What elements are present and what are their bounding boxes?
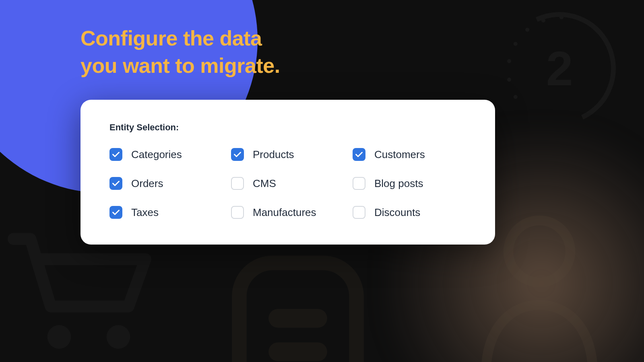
checkbox-products[interactable] <box>231 148 244 161</box>
svg-point-1 <box>107 325 130 349</box>
hero-title: Configure the data you want to migrate. <box>80 25 280 79</box>
entity-selection-card: Entity Selection: CategoriesProductsCust… <box>80 100 495 245</box>
option-categories[interactable]: Categories <box>109 148 223 161</box>
option-label-cms: CMS <box>253 177 276 190</box>
svg-point-5 <box>508 220 570 282</box>
option-label-customers: Customers <box>374 148 425 161</box>
option-cms[interactable]: CMS <box>231 177 345 190</box>
checkbox-manufactures[interactable] <box>231 206 244 219</box>
option-label-discounts: Discounts <box>374 206 420 219</box>
option-label-taxes: Taxes <box>131 206 159 219</box>
option-label-categories: Categories <box>131 148 182 161</box>
hero-title-line2: you want to migrate. <box>80 54 280 77</box>
checkbox-orders[interactable] <box>109 177 122 190</box>
option-label-manufactures: Manufactures <box>253 206 316 219</box>
step-indicator: 2 <box>503 12 616 125</box>
price-tag-icon <box>193 225 402 362</box>
svg-rect-4 <box>268 342 327 361</box>
checkbox-cms[interactable] <box>231 177 244 190</box>
checkbox-categories[interactable] <box>109 148 122 161</box>
checkbox-discounts[interactable] <box>353 206 365 219</box>
option-orders[interactable]: Orders <box>109 177 223 190</box>
svg-point-0 <box>47 325 71 349</box>
option-manufactures[interactable]: Manufactures <box>231 206 345 219</box>
hero-title-line1: Configure the data <box>80 27 262 50</box>
card-heading: Entity Selection: <box>109 122 466 133</box>
options-grid: CategoriesProductsCustomersOrdersCMSBlog… <box>109 148 466 219</box>
option-taxes[interactable]: Taxes <box>109 206 223 219</box>
checkbox-taxes[interactable] <box>109 206 122 219</box>
option-customers[interactable]: Customers <box>353 148 466 161</box>
step-number: 2 <box>503 12 616 125</box>
option-products[interactable]: Products <box>231 148 345 161</box>
option-label-orders: Orders <box>131 177 163 190</box>
option-discounts[interactable]: Discounts <box>353 206 466 219</box>
option-blog-posts[interactable]: Blog posts <box>353 177 466 190</box>
option-label-products: Products <box>253 148 294 161</box>
option-label-blog-posts: Blog posts <box>374 177 423 190</box>
checkbox-customers[interactable] <box>353 148 365 161</box>
checkbox-blog-posts[interactable] <box>353 177 365 190</box>
svg-rect-3 <box>268 309 327 328</box>
